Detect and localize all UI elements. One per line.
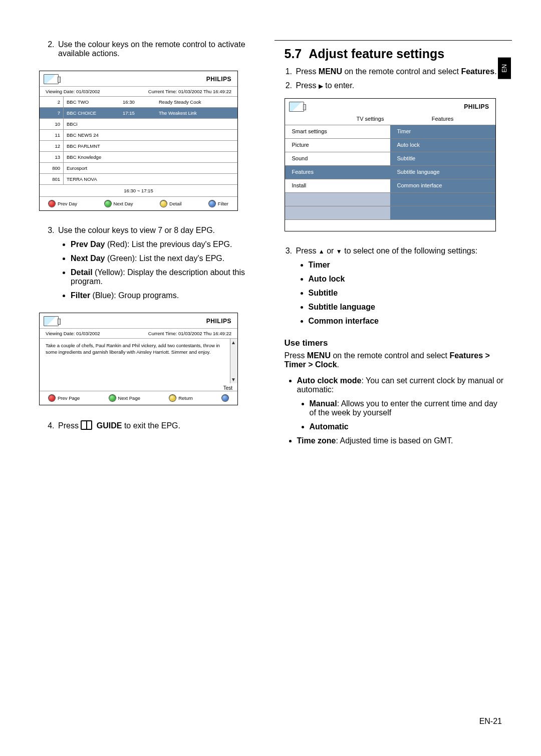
menu-header-left: TV settings — [285, 113, 390, 125]
list-item: Filter (Blue): Group programs. — [71, 291, 267, 300]
menu-empty — [390, 206, 495, 219]
menu-left-col: Smart settings Picture Sound Features In… — [285, 125, 390, 219]
table-row[interactable]: 7 BBC CHOICE 17:15 The Weakest Link — [40, 107, 237, 118]
list-item: Detail (Yellow): Display the description… — [71, 268, 267, 286]
channel-name: BBC CHOICE — [64, 108, 120, 118]
button-label: Next Day — [114, 201, 133, 206]
channel-number: 13 — [40, 152, 64, 162]
language-tab: EN — [498, 58, 511, 79]
brand-label: PHILIPS — [206, 76, 231, 83]
program-time: 16:30 — [120, 97, 156, 107]
epg-guide-box: PHILIPS Viewing Date: 01/03/2002 Current… — [39, 71, 238, 211]
r-step-3: Press ▲ or ▼ to select one of the follow… — [295, 246, 505, 326]
current-time: Current Time: 01/03/2002 Thu 16:49:22 — [148, 89, 231, 94]
channel-number: 7 — [40, 108, 64, 118]
channel-name: Eurosport — [64, 163, 120, 173]
program-title — [156, 119, 237, 129]
right-steps-3: Press ▲ or ▼ to select one of the follow… — [285, 246, 505, 326]
clock-list: Auto clock mode: You can set current clo… — [285, 376, 505, 445]
program-time: 17:15 — [120, 108, 156, 118]
tv-icon — [44, 74, 59, 84]
prev-page-button[interactable]: Prev Page — [49, 395, 80, 401]
menu-item[interactable]: Common interface — [390, 179, 495, 192]
menu-headers: TV settings Features — [285, 113, 495, 125]
return-button[interactable]: Return — [169, 395, 193, 401]
scrollbar[interactable] — [230, 339, 237, 383]
table-row[interactable]: 801 TERRA NOVA — [40, 173, 237, 184]
channel-list: 2 BBC TWO 16:30 Ready Steady Cook 7 BBC … — [40, 96, 237, 184]
table-row[interactable]: 11 BBC NEWS 24 — [40, 129, 237, 140]
red-dot-icon — [49, 200, 55, 207]
table-row[interactable]: 10 BBCi — [40, 118, 237, 129]
step-2: Use the colour keys on the remote contro… — [57, 40, 267, 58]
menu-empty — [285, 192, 390, 206]
table-row[interactable]: 2 BBC TWO 16:30 Ready Steady Cook — [40, 96, 237, 107]
yellow-dot-icon — [160, 200, 167, 207]
table-row[interactable]: 13 BBC Knowledge — [40, 151, 237, 162]
program-time — [120, 130, 156, 140]
menu-empty — [390, 192, 495, 206]
list-item: Auto clock mode: You can set current clo… — [297, 376, 505, 431]
list-item: Prev Day (Red): List the previous day's … — [71, 240, 267, 249]
button-label: Detail — [169, 201, 181, 206]
step-text: Use the colour keys to view 7 or 8 day E… — [58, 226, 215, 234]
menu-item[interactable]: Sound — [285, 152, 390, 165]
menu-item[interactable]: Auto lock — [390, 138, 495, 152]
menu-empty — [285, 206, 390, 219]
right-column: 5.7 Adjust feature settings Press MENU o… — [275, 40, 512, 736]
prev-day-button[interactable]: Prev Day — [49, 200, 77, 207]
menu-item[interactable]: Picture — [285, 138, 390, 152]
color-key-list: Prev Day (Red): List the previous day's … — [58, 240, 267, 300]
button-label: Filter — [218, 201, 228, 206]
current-time: Current Time: 01/03/2002 Thu 16:49:22 — [148, 331, 231, 336]
table-row[interactable]: 800 Eurosport — [40, 162, 237, 173]
program-title: The Weakest Link — [156, 108, 237, 118]
next-page-button[interactable]: Next Page — [109, 395, 140, 401]
use-timers-heading: Use timers — [285, 338, 505, 348]
down-arrow-icon: ▼ — [336, 248, 342, 255]
section-heading: 5.7 Adjust feature settings — [285, 47, 505, 61]
detail-test-label: Test — [40, 383, 237, 391]
step-4: Press GUIDE to exit the EPG. — [57, 420, 267, 430]
menu-item-selected[interactable]: Features — [285, 165, 390, 179]
yellow-dot-icon — [169, 395, 176, 401]
tv-icon — [44, 316, 59, 326]
program-time — [120, 174, 156, 184]
menu-item[interactable]: Smart settings — [285, 125, 390, 138]
table-row[interactable]: 12 BBC PARLMNT — [40, 140, 237, 151]
blue-dot-icon — [222, 395, 228, 401]
menu-item[interactable]: Subtitle language — [390, 165, 495, 179]
menu-item[interactable]: Install — [285, 179, 390, 192]
program-time — [120, 163, 156, 173]
channel-number: 801 — [40, 174, 64, 184]
left-steps: Use the colour keys on the remote contro… — [47, 40, 267, 58]
channel-name: TERRA NOVA — [64, 174, 120, 184]
viewing-date: Viewing Date: 01/03/2002 — [46, 331, 100, 336]
blank-button[interactable] — [222, 395, 228, 401]
features-list: Timer Auto lock Subtitle Subtitle langua… — [296, 261, 505, 326]
list-item: Manual: Allows you to enter the current … — [310, 399, 505, 417]
up-arrow-icon: ▲ — [319, 248, 325, 255]
program-time — [120, 141, 156, 151]
tv-menu-box: PHILIPS TV settings Features Smart setti… — [285, 98, 496, 231]
menu-item[interactable]: Timer — [390, 125, 495, 138]
channel-name: BBC Knowledge — [64, 152, 120, 162]
next-day-button[interactable]: Next Day — [105, 200, 133, 207]
program-title — [156, 163, 237, 173]
color-buttons: Prev Page Next Page Return — [40, 391, 237, 405]
r-step-2: Press ▶ to enter. — [295, 81, 505, 90]
guide-icon — [81, 420, 92, 430]
button-label: Return — [178, 395, 193, 401]
left-column: Use the colour keys on the remote contro… — [29, 40, 275, 736]
right-arrow-icon: ▶ — [319, 83, 323, 90]
channel-name: BBC PARLMNT — [64, 141, 120, 151]
red-dot-icon — [49, 395, 55, 401]
filter-button[interactable]: Filter — [209, 200, 228, 207]
menu-item[interactable]: Subtitle — [390, 152, 495, 165]
channel-name: BBC TWO — [64, 97, 120, 107]
list-item: Time zone: Adjusted time is based on GMT… — [297, 436, 505, 445]
detail-button[interactable]: Detail — [160, 200, 181, 207]
button-label: Prev Page — [58, 395, 80, 401]
time-range: 16:30 ~ 17:15 — [40, 184, 237, 196]
step-3: Use the colour keys to view 7 or 8 day E… — [57, 226, 267, 300]
